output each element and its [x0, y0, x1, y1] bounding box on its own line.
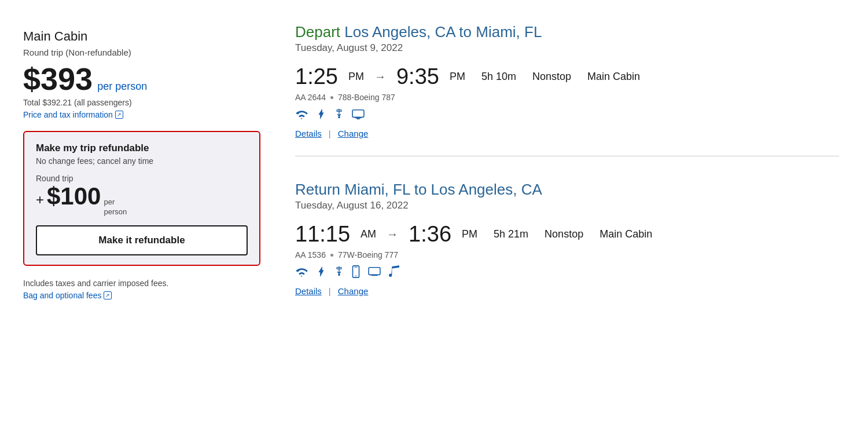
depart-prefix: Depart: [295, 23, 340, 41]
svg-rect-1: [352, 110, 364, 118]
svg-point-6: [355, 275, 356, 276]
return-wifi-icon: [295, 266, 308, 277]
depart-aircraft: 788-Boeing 787: [338, 93, 395, 102]
depart-actions: Details | Change: [295, 129, 839, 138]
return-phone-icon: [352, 265, 360, 278]
return-dot-separator: [330, 254, 333, 257]
return-flight-info: AA 1536 77W-Boeing 777: [295, 250, 839, 259]
svg-rect-7: [354, 267, 358, 268]
depart-destination: Miami, FL: [476, 23, 542, 41]
return-arrow-icon: →: [387, 228, 398, 241]
power-icon: [316, 108, 326, 120]
usb-icon: [334, 108, 344, 120]
return-amenities: [295, 265, 839, 278]
return-depart-ampm: AM: [361, 228, 376, 240]
depart-duration: 5h 10m: [481, 71, 516, 83]
entertainment-icon: [352, 109, 365, 119]
total-price: Total $392.21 (all passengers): [23, 98, 260, 107]
return-cabin: Main Cabin: [599, 228, 652, 240]
return-music-icon: [389, 265, 399, 278]
refundable-price: $100: [47, 184, 101, 209]
refundable-per-person: per person: [104, 198, 127, 217]
make-refundable-button[interactable]: Make it refundable: [36, 225, 248, 255]
return-actions: Details | Change: [295, 286, 839, 296]
depart-amenities: [295, 108, 839, 120]
return-flight-number: AA 1536: [295, 250, 326, 259]
cabin-title: Main Cabin: [23, 29, 260, 44]
return-origin: Miami, FL: [344, 181, 414, 198]
arrow-icon: →: [374, 70, 386, 83]
external-link-icon: ↗: [115, 111, 123, 119]
action-separator: |: [329, 129, 331, 138]
return-times-row: 11:15 AM → 1:36 PM 5h 21m Nonstop Main C…: [295, 222, 839, 247]
depart-time: 1:25: [295, 64, 338, 89]
depart-route-title: Depart Los Angeles, CA to Miami, FL: [295, 23, 839, 41]
svg-rect-2: [355, 117, 362, 118]
price-row: $393 per person: [23, 63, 260, 94]
depart-ampm: PM: [348, 71, 364, 83]
depart-flight-section: Depart Los Angeles, CA to Miami, FL Tues…: [295, 23, 839, 138]
wifi-icon: [295, 109, 308, 119]
depart-change-link[interactable]: Change: [338, 129, 369, 138]
depart-connector: to: [459, 23, 472, 41]
return-arrive-ampm: PM: [462, 228, 477, 240]
return-prefix: Return: [295, 181, 340, 198]
return-connector: to: [414, 181, 427, 198]
return-change-link[interactable]: Change: [338, 286, 369, 296]
price-amount: $393: [23, 63, 93, 94]
return-aircraft: 77W-Boeing 777: [338, 250, 398, 259]
refundable-box: Make my trip refundable No change fees; …: [23, 131, 260, 266]
refundable-plus: +: [36, 192, 44, 208]
depart-origin: Los Angeles, CA: [344, 23, 459, 41]
depart-flight-info: AA 2644 788-Boeing 787: [295, 93, 839, 102]
return-usb-icon: [334, 265, 344, 278]
arrive-ampm: PM: [450, 71, 465, 83]
return-action-separator: |: [329, 286, 331, 296]
return-tv-icon: [368, 266, 381, 277]
depart-details-link[interactable]: Details: [295, 129, 322, 138]
sidebar: Main Cabin Round trip (Non-refundable) $…: [12, 17, 278, 429]
price-per-person: per person: [97, 81, 147, 93]
return-nonstop: Nonstop: [545, 228, 583, 240]
depart-nonstop: Nonstop: [532, 71, 571, 83]
svg-rect-3: [356, 118, 359, 119]
depart-cabin: Main Cabin: [587, 71, 640, 83]
return-duration: 5h 21m: [494, 228, 528, 240]
refundable-price-row: + $100 per person: [36, 184, 248, 217]
depart-date: Tuesday, August 9, 2022: [295, 42, 839, 54]
trip-type: Round trip (Non-refundable): [23, 47, 260, 57]
dot-separator: [330, 96, 333, 99]
depart-flight-number: AA 2644: [295, 93, 326, 102]
return-arrive-time: 1:36: [409, 222, 451, 247]
tax-info-link[interactable]: Price and tax information ↗: [23, 110, 123, 119]
return-power-icon: [316, 265, 326, 278]
svg-point-4: [338, 274, 340, 276]
refundable-title: Make my trip refundable: [36, 142, 248, 154]
svg-point-0: [338, 116, 340, 119]
footer-text: Includes taxes and carrier imposed fees.: [23, 279, 260, 288]
arrive-time: 9:35: [396, 64, 439, 89]
main-content: Depart Los Angeles, CA to Miami, FL Tues…: [278, 17, 856, 429]
return-route-title: Return Miami, FL to Los Angeles, CA: [295, 181, 839, 199]
bag-external-link-icon: ↗: [104, 291, 112, 299]
refundable-subtitle: No change fees; cancel any time: [36, 156, 248, 166]
return-destination: Los Angeles, CA: [431, 181, 542, 198]
return-date: Tuesday, August 16, 2022: [295, 200, 839, 211]
svg-rect-9: [372, 275, 378, 276]
refundable-trip-label: Round trip: [36, 174, 248, 183]
return-flight-section: Return Miami, FL to Los Angeles, CA Tues…: [295, 156, 839, 296]
return-depart-time: 11:15: [295, 222, 350, 247]
depart-times-row: 1:25 PM → 9:35 PM 5h 10m Nonstop Main Ca…: [295, 64, 839, 89]
bag-fees-link[interactable]: Bag and optional fees ↗: [23, 291, 112, 300]
return-details-link[interactable]: Details: [295, 286, 322, 296]
svg-rect-8: [369, 268, 380, 275]
